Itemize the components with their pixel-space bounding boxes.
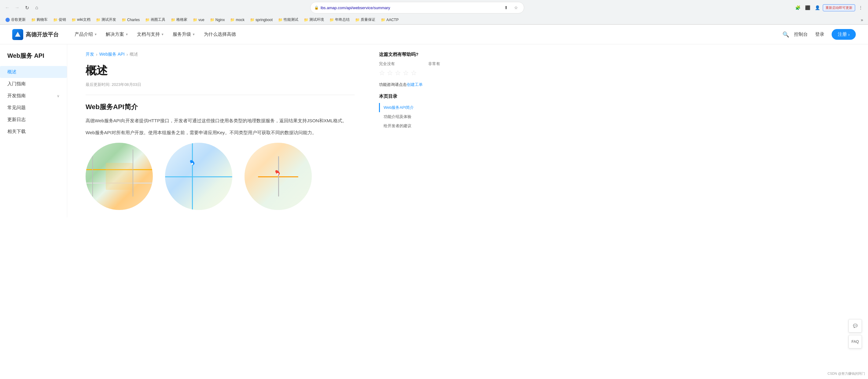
logo[interactable]: 高德开放平台 bbox=[12, 29, 59, 40]
reload-button[interactable]: ↻ bbox=[23, 3, 31, 12]
folder-icon: 📁 bbox=[250, 18, 254, 22]
sidebar-item-download[interactable]: 相关下载 bbox=[0, 126, 67, 137]
folder-icon: 📁 bbox=[193, 18, 197, 22]
bookmark-perf-test[interactable]: 📁 性能测试 bbox=[276, 16, 301, 23]
nav-right: 🔍 控制台 登录 注册 › bbox=[781, 29, 856, 40]
bookmark-nginx[interactable]: 📁 Nginx bbox=[208, 17, 227, 23]
star-2[interactable]: ☆ bbox=[387, 69, 393, 77]
bookmark-charles[interactable]: 📁 Charles bbox=[119, 17, 142, 23]
bookmark-label: 购物车 bbox=[37, 17, 48, 22]
feedback-very-label: 非常有 bbox=[428, 61, 440, 67]
nav-menu: 产品介绍 ▼ 解决方案 ▼ 文档与支持 ▼ 服务升级 ▼ 为什么选择高德 bbox=[71, 25, 781, 44]
restart-button[interactable]: 重新启动即可更新 bbox=[823, 4, 855, 11]
map-image-1 bbox=[86, 143, 153, 210]
sidebar-item-faq[interactable]: 常见问题 bbox=[0, 102, 67, 114]
bookmark-annual[interactable]: 📁 年终总结 bbox=[327, 16, 352, 23]
bookmark-test-dev[interactable]: 📁 测试开发 bbox=[94, 16, 119, 23]
sidebar-item-overview[interactable]: 概述 bbox=[0, 66, 67, 78]
star-3[interactable]: ☆ bbox=[395, 69, 401, 77]
bookmark-label: 促销 bbox=[59, 17, 66, 22]
nav-item-docs[interactable]: 文档与支持 ▼ bbox=[133, 25, 168, 44]
toc-title: 本页目录 bbox=[379, 94, 440, 99]
forward-button[interactable]: → bbox=[13, 3, 21, 12]
logo-icon bbox=[12, 29, 23, 40]
nav-item-label: 文档与支持 bbox=[137, 31, 160, 37]
register-label: 注册 bbox=[838, 31, 847, 37]
star-1[interactable]: ☆ bbox=[379, 69, 385, 77]
bookmark-label: 性能测试 bbox=[284, 17, 298, 22]
bookmark-label: 质量保证 bbox=[361, 17, 375, 22]
sidebar-dev-guide-label: 开发指南 bbox=[7, 93, 26, 99]
bookmark-test-env[interactable]: 📁 测试环境 bbox=[301, 16, 327, 23]
bookmark-wiki[interactable]: 📁 wiki文档 bbox=[69, 16, 93, 23]
folder-icon: 📁 bbox=[122, 18, 126, 22]
extensions-button[interactable]: 🧩 bbox=[794, 3, 802, 12]
profile-button[interactable]: 👤 bbox=[813, 3, 822, 12]
section1-text2: Web服务API对所有用户开放。使用本组服务之前，需要申请应用Key。不同类型用… bbox=[86, 128, 354, 137]
folder-icon: 📁 bbox=[53, 18, 58, 22]
bookmark-vue[interactable]: 📁 vue bbox=[190, 17, 207, 23]
bookmark-label: 格格家 bbox=[176, 17, 187, 22]
nav-buttons: ← → ↻ ⌂ bbox=[3, 3, 41, 12]
bookmark-cart[interactable]: 📁 购物车 bbox=[29, 16, 50, 23]
bookmark-aactp[interactable]: 📁 AACTP bbox=[378, 17, 401, 23]
google-icon bbox=[5, 18, 10, 22]
bookmark-springboot[interactable]: 📁 springboot bbox=[248, 17, 275, 23]
nav-item-label: 产品介绍 bbox=[74, 31, 93, 37]
bookmark-quality[interactable]: 📁 质量保证 bbox=[353, 16, 378, 23]
console-button[interactable]: 控制台 bbox=[794, 31, 808, 37]
toc-item-intro[interactable]: Web服务API简介 bbox=[379, 103, 440, 112]
sidebar-item-changelog[interactable]: 更新日志 bbox=[0, 114, 67, 126]
bookmarks-more-button[interactable]: » bbox=[859, 17, 865, 23]
search-icon[interactable]: 🔍 bbox=[781, 30, 790, 39]
bookmark-label: Charles bbox=[127, 18, 140, 22]
back-button[interactable]: ← bbox=[3, 3, 11, 12]
share-button[interactable]: ⬆ bbox=[502, 3, 510, 12]
bookmark-label: 画图工具 bbox=[151, 17, 165, 22]
breadcrumb-current: 概述 bbox=[130, 52, 138, 57]
chevron-down-icon: ▼ bbox=[192, 33, 195, 36]
toc-item-features[interactable]: 功能介绍及体验 bbox=[379, 112, 440, 121]
bookmark-mock[interactable]: 📁 mock bbox=[228, 17, 247, 23]
more-button[interactable]: ⋮ bbox=[857, 3, 865, 12]
sidebar-title: Web服务 API bbox=[0, 52, 67, 66]
nav-item-solution[interactable]: 解决方案 ▼ bbox=[102, 25, 132, 44]
register-button[interactable]: 注册 › bbox=[832, 29, 856, 40]
home-button[interactable]: ⌂ bbox=[32, 3, 41, 12]
chat-float-button[interactable]: 💬 bbox=[848, 319, 862, 333]
bookmark-gege[interactable]: 📁 格格家 bbox=[168, 16, 190, 23]
breadcrumb-api[interactable]: Web服务 API bbox=[99, 52, 125, 57]
bookmark-promo[interactable]: 📁 促销 bbox=[51, 16, 68, 23]
nav-item-why[interactable]: 为什么选择高德 bbox=[200, 25, 240, 44]
sidebar-item-dev-guide[interactable]: 开发指南 ∨ bbox=[0, 90, 67, 102]
main-content: 开发 › Web服务 API › 概述 概述 最后更新时间: 2023年08月0… bbox=[67, 44, 373, 217]
bookmark-draw-tool[interactable]: 📁 画图工具 bbox=[143, 16, 168, 23]
svg-marker-0 bbox=[15, 32, 21, 37]
browser-right-actions: 🧩 ⬛ 👤 重新启动即可更新 ⋮ bbox=[794, 3, 865, 12]
bookmark-label: 测试开发 bbox=[101, 17, 116, 22]
csdn-watermark: CSDN @努力赚钱的阿门 bbox=[828, 371, 865, 376]
breadcrumb-dev[interactable]: 开发 bbox=[86, 52, 94, 57]
bookmark-button[interactable]: ☆ bbox=[512, 3, 520, 12]
page-date: 最后更新时间: 2023年08月03日 bbox=[86, 82, 354, 87]
folder-icon: 📁 bbox=[96, 18, 100, 22]
star-4[interactable]: ☆ bbox=[403, 69, 409, 77]
stars-row[interactable]: ☆ ☆ ☆ ☆ ☆ bbox=[379, 69, 440, 77]
nav-item-upgrade[interactable]: 服务升级 ▼ bbox=[169, 25, 199, 44]
cast-button[interactable]: ⬛ bbox=[803, 3, 812, 12]
chat-icon: 💬 bbox=[853, 324, 858, 328]
folder-icon: 📁 bbox=[355, 18, 360, 22]
create-ticket-link[interactable]: 创建工单 bbox=[407, 82, 423, 87]
nav-item-label: 服务升级 bbox=[173, 31, 191, 37]
faq-float-button[interactable]: FAQ bbox=[848, 335, 862, 348]
address-bar-input[interactable] bbox=[320, 5, 500, 10]
nav-item-product[interactable]: 产品介绍 ▼ bbox=[71, 25, 101, 44]
bookmark-label: AACTP bbox=[386, 18, 399, 22]
login-button[interactable]: 登录 bbox=[811, 30, 828, 39]
bookmarks-bar: 谷歌更新 📁 购物车 📁 促销 📁 wiki文档 📁 测试开发 📁 Charle… bbox=[0, 15, 868, 25]
toc-item-suggestions[interactable]: 给开发者的建议 bbox=[379, 121, 440, 130]
star-5[interactable]: ☆ bbox=[411, 69, 417, 77]
sidebar-item-getting-started[interactable]: 入门指南 bbox=[0, 78, 67, 90]
bookmark-label: 谷歌更新 bbox=[11, 17, 26, 22]
bookmark-google-update[interactable]: 谷歌更新 bbox=[3, 16, 28, 23]
